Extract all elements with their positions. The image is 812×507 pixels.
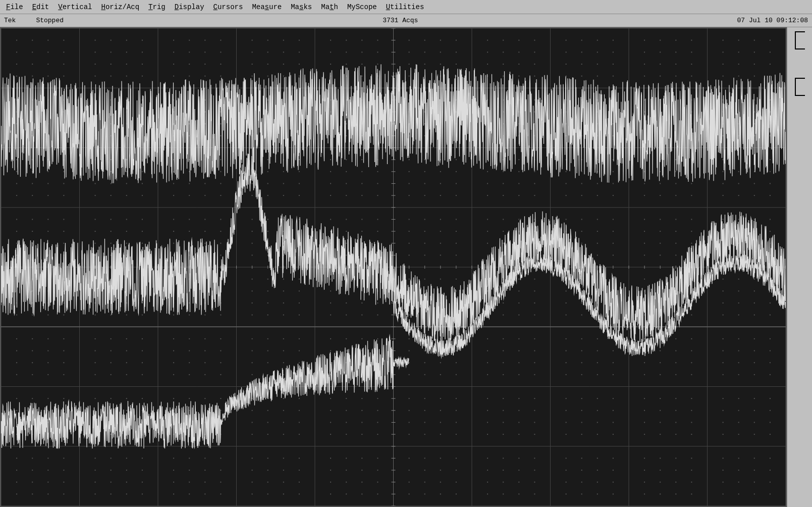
status-label: Stopped (36, 17, 64, 24)
ch2-bracket (795, 78, 805, 96)
status-bar: Tek Stopped 3731 Acqs 07 Jul 10 09:12:08 (0, 14, 812, 27)
menu-bar: File Edit Vertical Horiz/Acq Trig Displa… (0, 0, 812, 14)
menu-masks[interactable]: Masks (287, 2, 316, 12)
ch1-bracket (795, 31, 805, 49)
waveform-canvas (1, 28, 786, 506)
menu-math[interactable]: Math (317, 2, 342, 12)
right-sidebar (787, 27, 812, 507)
menu-display[interactable]: Display (171, 2, 208, 12)
menu-file[interactable]: File (2, 2, 27, 12)
scope-container: 1→ 2→ 3→ (0, 27, 812, 507)
menu-cursors[interactable]: Cursors (209, 2, 247, 12)
menu-utilities[interactable]: Utilities (382, 2, 428, 12)
menu-horizacq[interactable]: Horiz/Acq (97, 2, 143, 12)
menu-trig[interactable]: Trig (144, 2, 170, 12)
datetime-label: 07 Jul 10 09:12:08 (737, 17, 808, 24)
menu-vertical[interactable]: Vertical (54, 2, 96, 12)
menu-edit[interactable]: Edit (28, 2, 53, 12)
menu-myscope[interactable]: MyScope (343, 2, 381, 12)
brand-label: Tek (4, 17, 16, 24)
menu-measure[interactable]: Measure (248, 2, 286, 12)
scope-display[interactable]: 1→ 2→ 3→ (0, 27, 787, 507)
acquisitions-label: 3731 Acqs (84, 17, 717, 24)
